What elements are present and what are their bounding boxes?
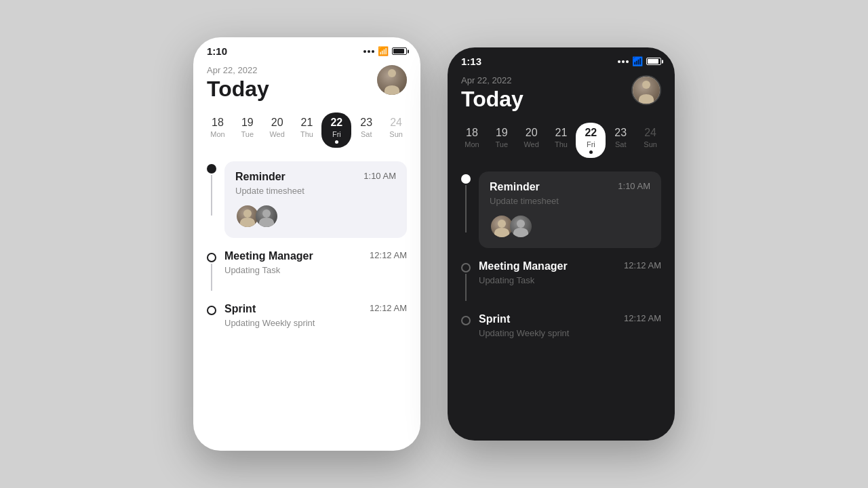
marker-sprint-dark <box>461 316 471 325</box>
event-header-sprint-light: Sprint 12:12 AM <box>224 303 407 315</box>
marker-line-reminder-light <box>211 175 212 216</box>
avatar-group-reminder-light <box>235 204 396 228</box>
cal-wday-18: Mon <box>210 130 224 138</box>
marker-line-meeting-dark <box>465 274 467 301</box>
marker-sprint-light <box>207 306 216 315</box>
cal-num-dark-18: 18 <box>466 127 478 139</box>
cal-day-20[interactable]: 20 Wed <box>262 113 292 148</box>
wifi-icon-dark: 📶 <box>632 56 643 66</box>
cal-wday-dark-19: Tue <box>496 140 509 148</box>
event-title-meeting-light: Meeting Manager <box>224 250 313 262</box>
cal-wday-dark-20: Wed <box>524 140 538 148</box>
today-label-dark: Today <box>461 87 524 112</box>
cal-dot-dark-24 <box>649 150 652 154</box>
cal-wday-21: Thu <box>300 130 313 138</box>
cal-day-dark-23[interactable]: 23 Sat <box>606 123 635 158</box>
signal-dots-light <box>363 50 374 53</box>
event-title-meeting-dark: Meeting Manager <box>479 260 568 272</box>
event-title-reminder-light: Reminder <box>235 171 285 183</box>
cal-num-20: 20 <box>271 117 283 129</box>
cal-wday-20: Wed <box>269 130 284 138</box>
cal-dot-22 <box>335 140 338 144</box>
event-card-reminder-light[interactable]: Reminder 1:10 AM Update timesheet <box>224 161 407 238</box>
cal-num-dark-24: 24 <box>644 127 656 139</box>
cal-num-23: 23 <box>360 117 372 129</box>
marker-line-reminder-dark <box>465 185 467 232</box>
cal-wday-23: Sat <box>361 130 372 138</box>
marker-circle-sprint-dark <box>461 316 471 325</box>
cal-day-24[interactable]: 24 Sun <box>381 113 411 148</box>
avatar-image-dark <box>633 77 660 104</box>
event-subtitle-meeting-light: Updating Task <box>224 265 407 275</box>
cal-day-dark-22-selected[interactable]: 22 Fri <box>576 123 606 158</box>
timeline-item-meeting-dark: Meeting Manager 12:12 AM Updating Task <box>461 259 661 301</box>
event-meeting-dark: Meeting Manager 12:12 AM Updating Task <box>479 259 661 285</box>
cal-day-dark-18[interactable]: 18 Mon <box>457 123 487 158</box>
cal-num-21: 21 <box>301 117 313 129</box>
event-time-sprint-dark: 12:12 AM <box>624 313 661 325</box>
wifi-icon: 📶 <box>378 46 389 56</box>
event-header-meeting-light: Meeting Manager 12:12 AM <box>224 250 407 262</box>
status-icons-light: 📶 <box>363 46 407 56</box>
date-today-light: Apr 22, 2022 Today <box>207 65 269 102</box>
date-today-dark: Apr 22, 2022 Today <box>461 75 524 112</box>
avatar-image-light <box>377 65 407 95</box>
signal-dot-3 <box>372 50 374 53</box>
cal-num-19: 19 <box>241 117 254 129</box>
header-dark: Apr 22, 2022 Today <box>448 71 675 119</box>
timeline-dark: Reminder 1:10 AM Update timesheet <box>448 162 675 348</box>
signal-dots-dark <box>618 60 629 63</box>
marker-circle-reminder-dark <box>461 174 471 184</box>
cal-dot-dark-23 <box>619 150 623 154</box>
event-title-sprint-dark: Sprint <box>479 313 510 325</box>
event-card-reminder-dark[interactable]: Reminder 1:10 AM Update timesheet <box>479 171 661 248</box>
avatar-light[interactable] <box>377 65 407 95</box>
status-bar-dark: 1:13 📶 <box>448 47 675 71</box>
marker-reminder-dark <box>461 174 471 232</box>
cal-wday-19: Tue <box>241 130 254 138</box>
cal-day-22-selected[interactable]: 22 Fri <box>321 113 351 148</box>
cal-dot-19 <box>245 140 249 144</box>
cal-day-dark-19[interactable]: 19 Tue <box>487 123 517 158</box>
event-header-reminder-light: Reminder 1:10 AM <box>235 171 396 183</box>
signal-dot-d1 <box>618 60 620 63</box>
calendar-strip-dark: 18 Mon 19 Tue 20 Wed 21 Thu 22 Fri 23 Sa… <box>448 119 675 162</box>
cal-dot-dark-19 <box>500 150 503 154</box>
cal-day-23[interactable]: 23 Sat <box>351 113 381 148</box>
event-subtitle-sprint-dark: Updating Weekly sprint <box>479 328 661 338</box>
avatar-person2-light <box>256 205 277 227</box>
cal-day-dark-20[interactable]: 20 Wed <box>517 123 547 158</box>
cal-wday-24: Sun <box>389 130 403 138</box>
cal-day-dark-21[interactable]: 21 Thu <box>547 123 576 158</box>
cal-num-18: 18 <box>212 117 224 129</box>
timeline-item-meeting-light: Meeting Manager 12:12 AM Updating Task <box>207 249 407 291</box>
cal-day-19[interactable]: 19 Tue <box>233 113 262 148</box>
signal-dot-2 <box>368 50 370 53</box>
event-sprint-light: Sprint 12:12 AM Updating Weekly sprint <box>224 302 407 328</box>
cal-dot-dark-18 <box>470 150 473 154</box>
event-subtitle-reminder-light: Update timesheet <box>235 186 396 196</box>
marker-line-meeting-light <box>211 264 212 291</box>
cal-wday-dark-23: Sat <box>615 140 627 148</box>
cal-num-dark-23: 23 <box>614 127 627 139</box>
battery-icon-light <box>392 47 407 55</box>
cal-wday-dark-24: Sun <box>644 140 657 148</box>
cal-dot-21 <box>305 140 309 144</box>
cal-day-18[interactable]: 18 Mon <box>203 113 233 148</box>
cal-day-dark-24[interactable]: 24 Sun <box>635 123 665 158</box>
cal-num-22: 22 <box>330 117 342 129</box>
today-label-light: Today <box>207 77 269 102</box>
event-time-reminder-light: 1:10 AM <box>363 171 396 183</box>
avatar-dark[interactable] <box>631 75 661 105</box>
phone-dark: 1:13 📶 Apr 22, 2022 Today 18 Mon <box>448 47 675 441</box>
cal-wday-dark-18: Mon <box>465 140 479 148</box>
event-time-meeting-dark: 12:12 AM <box>624 260 661 272</box>
cal-wday-dark-21: Thu <box>555 140 568 148</box>
event-time-sprint-light: 12:12 AM <box>370 303 407 315</box>
phone-light: 1:10 📶 Apr 22, 2022 Today 18 Mon <box>193 37 420 451</box>
cal-wday-dark-22: Fri <box>587 140 595 148</box>
battery-fill-light <box>393 49 404 54</box>
event-time-reminder-dark: 1:10 AM <box>618 181 650 193</box>
avatar-2-light <box>254 204 279 228</box>
cal-day-21[interactable]: 21 Thu <box>292 113 322 148</box>
